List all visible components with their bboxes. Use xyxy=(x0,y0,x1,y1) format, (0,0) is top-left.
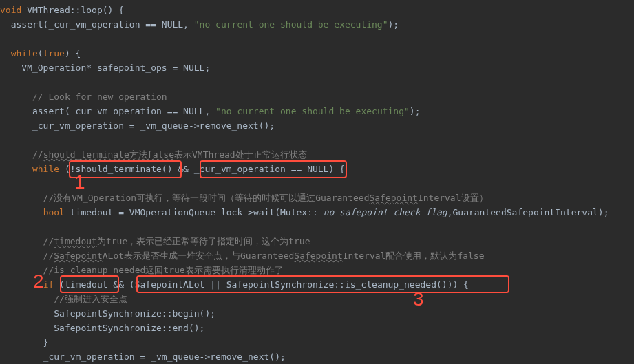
comment-underlined: should_terminate方法false xyxy=(43,149,174,160)
comment: Interval设置） xyxy=(418,193,488,203)
comment-underlined: Safepoint xyxy=(54,250,102,261)
code-text: _cur_vm_operation = _vm_queue->remove_ne… xyxy=(0,352,286,362)
code-text: (!should_terminate() && _cur_vm_operatio… xyxy=(59,164,345,174)
variable-name: safepoint_ops xyxy=(97,63,167,73)
comment: // xyxy=(0,236,54,246)
code-text: ); xyxy=(388,19,399,30)
code-text: SafepointSynchronize::end(); xyxy=(0,323,204,333)
code-text: ( xyxy=(38,48,43,58)
keyword-void: void xyxy=(0,5,21,15)
comment: //强制进入安全点 xyxy=(0,294,127,304)
comment-underlined: timedout xyxy=(54,236,97,246)
code-text: assert(_cur_vm_operation == NULL, xyxy=(0,106,215,116)
code-text: ) { xyxy=(65,48,81,58)
keyword-bool: bool xyxy=(43,207,65,217)
comment: // xyxy=(0,250,54,261)
comment: 表示VMThread处于正常运行状态 xyxy=(174,149,307,160)
comment: Interval配合使用，默认为false xyxy=(343,250,485,261)
variable-name: timedout xyxy=(70,207,114,217)
comment: ALot表示是否生成一堆安全点，与Guaranteed xyxy=(103,250,295,261)
code-text: (timedout && (SafepointALot || Safepoint… xyxy=(54,279,469,290)
comment-underlined: Safepoint xyxy=(369,193,417,203)
string-literal: "no current one should be executing" xyxy=(194,19,388,30)
keyword-while: while xyxy=(32,164,59,174)
code-text: ,GuaranteedSafepointInterval); xyxy=(447,207,609,217)
comment: //没有VM_Operation可执行，等待一段时间（等待的时候可以通过Guar… xyxy=(0,193,369,203)
comment: // xyxy=(0,149,43,160)
code-text xyxy=(65,207,70,217)
code-text: VM_Operation* xyxy=(0,63,97,73)
comment: 为true，表示已经正常等待了指定时间，这个为true xyxy=(97,236,310,246)
code-editor-viewport[interactable]: void VMThread::loop() { assert(_cur_vm_o… xyxy=(0,0,634,364)
code-text: VMThread::loop() { xyxy=(21,5,124,15)
keyword-while: while xyxy=(11,48,38,58)
comment: //is_cleanup_needed返回true表示需要执行清理动作了 xyxy=(0,265,284,275)
comment: // Look for new operation xyxy=(0,92,167,102)
static-member: _no_safepoint_check_flag xyxy=(318,207,447,217)
code-text: = VMOperationQueue_lock->wait(Mutex:: xyxy=(113,207,317,217)
code-block: void VMThread::loop() { assert(_cur_vm_o… xyxy=(0,0,634,364)
code-text: assert(_cur_vm_operation == NULL, xyxy=(0,19,194,30)
keyword-true: true xyxy=(43,48,65,58)
code-text: = NULL; xyxy=(167,63,211,73)
code-text: ); xyxy=(410,106,421,116)
keyword-if: if xyxy=(43,279,54,290)
comment-underlined: Safepoint xyxy=(294,250,342,261)
code-text: _cur_vm_operation = _vm_queue->remove_ne… xyxy=(0,120,275,131)
code-text: } xyxy=(0,337,48,347)
code-text: SafepointSynchronize::begin(); xyxy=(0,308,215,319)
string-literal: "no current one should be executing" xyxy=(215,106,410,116)
